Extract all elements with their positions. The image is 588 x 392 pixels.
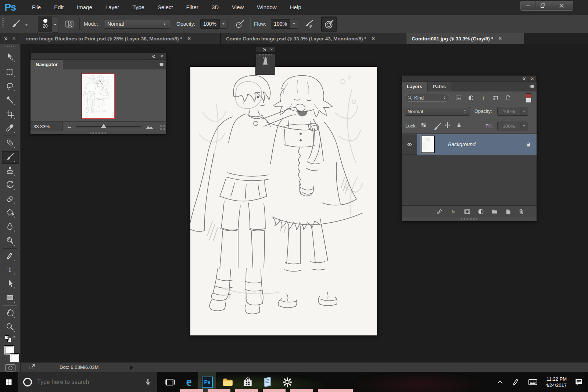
tool-eraser-icon[interactable]: [4, 193, 15, 204]
tool-zoom-icon[interactable]: [4, 321, 15, 332]
close-icon[interactable]: ✕: [160, 54, 164, 59]
tab-close-icon[interactable]: ✕: [187, 36, 191, 41]
menu-item-layer[interactable]: Layer: [99, 0, 126, 15]
panel-menu-icon[interactable]: [528, 82, 534, 91]
tool-brush-icon[interactable]: [4, 151, 15, 162]
collapse-chevrons-icon[interactable]: [4, 36, 8, 41]
close-button[interactable]: [550, 1, 573, 10]
cortana-icon[interactable]: [23, 378, 32, 386]
filter-shape-layers-icon[interactable]: [491, 94, 501, 101]
tab-close-icon[interactable]: ✕: [498, 36, 502, 41]
opacity-value[interactable]: 100%: [200, 19, 219, 29]
tab-layers[interactable]: Layers: [402, 82, 428, 91]
tool-history-brush-icon[interactable]: [4, 179, 15, 190]
filter-toggle-switch[interactable]: [526, 93, 531, 103]
lock-position-icon[interactable]: [444, 122, 451, 128]
navigator-zoom-value[interactable]: 33.33%: [31, 122, 63, 132]
filter-type-layers-icon[interactable]: T: [478, 94, 488, 101]
close-icon[interactable]: ✕: [531, 76, 534, 81]
tool-hand-icon[interactable]: [4, 307, 15, 318]
pen-icon[interactable]: [512, 378, 520, 386]
share-export-icon[interactable]: [29, 364, 36, 370]
tab-navigator[interactable]: Navigator: [31, 60, 63, 69]
slider-thumb[interactable]: [101, 124, 106, 128]
menu-item-file[interactable]: File: [25, 0, 47, 15]
lock-all-icon[interactable]: [456, 122, 462, 128]
collapse-chevrons-icon[interactable]: [262, 47, 267, 52]
close-icon[interactable]: ✕: [12, 36, 16, 41]
zoom-out-icon[interactable]: [66, 124, 73, 129]
layer-opacity-combo[interactable]: 100%: [497, 107, 528, 116]
navigator-thumbnail[interactable]: [82, 73, 115, 119]
menu-item-window[interactable]: Window: [250, 0, 283, 15]
preset-caret-icon[interactable]: [24, 23, 29, 27]
clock[interactable]: 11:22 PM 4/24/2017: [545, 376, 567, 388]
toggle-brush-panel-icon[interactable]: [63, 18, 76, 30]
zoom-in-icon[interactable]: [144, 123, 155, 130]
toolbar-grip[interactable]: [4, 46, 16, 47]
brush-size-preview[interactable]: 20: [38, 17, 53, 32]
panel-menu-icon[interactable]: [158, 60, 164, 69]
add-mask-icon[interactable]: [463, 208, 471, 215]
menu-item-filter[interactable]: Filter: [180, 0, 205, 15]
layer-name[interactable]: Background: [448, 141, 476, 147]
tool-spot-healing-brush-icon[interactable]: [4, 137, 15, 148]
layer-styles-icon[interactable]: fx: [449, 208, 457, 215]
document-tab-3[interactable]: Comfort001.jpg @ 33.3% (Gray/8) *✕: [406, 33, 524, 44]
show-desktop-button[interactable]: [586, 372, 588, 392]
document-tab-1[interactable]: romo Image Bluelines to Print.psd @ 25% …: [20, 33, 221, 44]
tool-crop-icon[interactable]: [4, 108, 15, 119]
filter-adjustment-layers-icon[interactable]: [466, 94, 476, 101]
taskbar-task-view-icon[interactable]: [161, 372, 179, 392]
filter-kind-select[interactable]: Kind: [405, 94, 449, 102]
brush-tool-preset-icon[interactable]: [10, 18, 22, 30]
pressure-size-toggle[interactable]: [321, 17, 337, 32]
tool-pen-icon[interactable]: [4, 251, 15, 262]
menu-item-3d[interactable]: 3D: [205, 0, 225, 15]
link-layers-icon[interactable]: [435, 208, 443, 215]
swap-colors-icon[interactable]: [11, 335, 17, 340]
microphone-icon[interactable]: [144, 378, 153, 386]
tool-lasso-icon[interactable]: [4, 80, 15, 91]
tool-magic-wand-icon[interactable]: [4, 94, 15, 105]
quick-mask-icon[interactable]: [5, 364, 15, 371]
flow-caret[interactable]: [290, 19, 298, 29]
layer-row-background[interactable]: Background: [402, 134, 537, 155]
collapse-chevrons-icon[interactable]: [521, 76, 526, 81]
tool-eyedropper-icon[interactable]: [4, 122, 15, 133]
tab-paths[interactable]: Paths: [428, 82, 451, 91]
layer-fill-combo[interactable]: 100%: [497, 122, 528, 130]
brush-presets-button[interactable]: [255, 54, 275, 75]
filter-pixel-layers-icon[interactable]: [453, 94, 463, 101]
close-icon[interactable]: ✕: [270, 48, 273, 51]
navigator-zoom-slider[interactable]: [76, 126, 141, 128]
new-layer-icon[interactable]: [505, 208, 512, 215]
new-group-icon[interactable]: [491, 208, 498, 215]
status-arrow-icon[interactable]: [128, 364, 135, 371]
caret-down-icon[interactable]: [520, 107, 528, 115]
lock-transparency-icon[interactable]: [421, 122, 426, 128]
tool-rectangle-icon[interactable]: [4, 292, 15, 303]
layer-blend-mode-select[interactable]: Normal: [405, 107, 470, 116]
delete-layer-icon[interactable]: [518, 208, 525, 215]
pressure-opacity-icon[interactable]: [234, 18, 246, 30]
airbrush-icon[interactable]: [303, 18, 315, 30]
tool-path-selection-icon[interactable]: [4, 278, 15, 289]
minimize-button[interactable]: [521, 1, 535, 10]
filter-smart-objects-icon[interactable]: [503, 94, 513, 101]
search-input[interactable]: [36, 378, 144, 386]
background-color-swatch[interactable]: [10, 353, 19, 362]
restore-button[interactable]: [535, 1, 550, 10]
tool-clone-stamp-icon[interactable]: [4, 165, 15, 176]
tool-type-icon[interactable]: T: [4, 264, 15, 275]
tool-paint-bucket-icon[interactable]: [4, 207, 15, 218]
opacity-caret[interactable]: [219, 19, 227, 29]
menu-item-help[interactable]: Help: [283, 0, 308, 15]
tool-rectangular-marquee-icon[interactable]: [4, 66, 15, 78]
adjustment-layer-icon[interactable]: [477, 208, 484, 215]
action-center-icon[interactable]: [574, 377, 584, 387]
start-button[interactable]: [0, 372, 18, 392]
document-tab-2[interactable]: Comic Garden Image.psd @ 33.3% (Layer 43…: [221, 33, 406, 44]
flow-value[interactable]: 100%: [271, 19, 290, 29]
tool-move-icon[interactable]: [4, 51, 15, 62]
